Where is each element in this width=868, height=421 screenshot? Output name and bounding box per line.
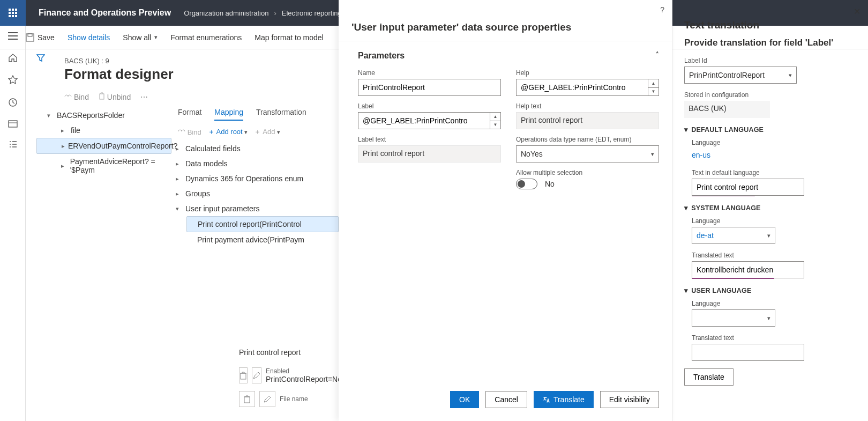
tree-node-root[interactable]: ▾BACSReportsFolder <box>36 108 171 123</box>
edt-field: Operations data type name (EDT, enum) No… <box>516 136 659 163</box>
user-language-select[interactable]: ▾ <box>692 309 775 327</box>
caret-right-icon: ▸ <box>176 160 182 167</box>
edit-icon[interactable] <box>252 367 261 383</box>
tree-node-print-control[interactable]: Print control report(PrintControl <box>186 216 339 232</box>
spin-down-icon[interactable]: ▼ <box>490 121 500 129</box>
cancel-button[interactable]: Cancel <box>485 391 527 408</box>
tree-node-groups[interactable]: ▸Groups <box>176 186 339 201</box>
spinner[interactable]: ▲▼ <box>648 79 659 96</box>
language-label: Language <box>692 217 858 225</box>
show-all-button[interactable]: Show all ▾ <box>123 33 158 42</box>
ok-button[interactable]: OK <box>450 391 479 408</box>
tree-label: Dynamics 365 for Operations enum <box>185 174 303 183</box>
workspace-icon[interactable] <box>8 120 18 128</box>
add-root-button[interactable]: ＋ Add root ▾ <box>208 127 248 137</box>
map-format-label: Map format to model <box>255 33 323 42</box>
help-input[interactable] <box>516 79 648 96</box>
user-translated-text-field: Translated text <box>692 334 858 361</box>
spin-up-icon[interactable]: ▲ <box>648 79 659 88</box>
tree-node-datamodels[interactable]: ▸Data models <box>176 156 339 171</box>
map-format-button[interactable]: Map format to model <box>255 33 323 42</box>
name-input[interactable] <box>358 79 501 96</box>
svg-rect-9 <box>12 15 14 17</box>
tree-node-payment[interactable]: ▸PaymentAdviceReport? = '$Paym <box>36 154 171 178</box>
bind-button-2[interactable]: Bind <box>178 128 201 136</box>
translate-button[interactable]: Translate <box>684 368 734 386</box>
star-icon[interactable] <box>8 75 18 85</box>
binding-title: Print control report <box>239 348 334 357</box>
ok-label: OK <box>459 395 470 404</box>
svg-rect-13 <box>100 94 104 99</box>
translated-text-input[interactable] <box>692 261 804 278</box>
bind-label: Bind <box>188 128 201 136</box>
translate-button[interactable]: Translate <box>534 391 594 408</box>
format-tree: ▾BACSReportsFolder ▸file ▸ERVendOutPaymC… <box>32 108 171 247</box>
spin-up-icon[interactable]: ▲ <box>490 113 500 121</box>
label-input[interactable] <box>358 112 490 129</box>
labelid-label: Label Id <box>684 57 858 64</box>
section-default-language[interactable]: ▾DEFAULT LANGUAGE <box>684 125 858 134</box>
help-label: Help <box>516 69 659 77</box>
recent-icon[interactable] <box>8 98 18 107</box>
tree-node-print-payment[interactable]: Print payment advice(PrintPaym <box>186 232 339 247</box>
bind-button[interactable]: Bind <box>64 93 89 101</box>
add-button[interactable]: ＋ Add ▾ <box>254 127 280 137</box>
show-details-button[interactable]: Show details <box>68 33 110 42</box>
help-icon[interactable]: ? <box>660 5 664 14</box>
show-all-label: Show all <box>123 33 151 42</box>
add-root-label: Add root <box>216 128 243 136</box>
save-icon <box>26 33 34 42</box>
svg-rect-6 <box>12 12 14 14</box>
system-language-select[interactable]: de-at▾ <box>692 227 775 244</box>
delete-icon[interactable] <box>239 391 255 407</box>
default-text-input[interactable] <box>692 179 804 196</box>
stored-label: Stored in configuration <box>684 91 858 99</box>
tree-node-d365[interactable]: ▸Dynamics 365 for Operations enum <box>176 171 339 186</box>
breadcrumb-1[interactable]: Organization administration <box>184 9 268 17</box>
binding-details: Print control report Enabled PrintContro… <box>235 342 339 421</box>
more-icon[interactable]: ⋯ <box>140 93 148 101</box>
labelid-select[interactable]: PrinPrintControlReport▾ <box>684 67 797 84</box>
chevron-down-icon: ▾ <box>767 315 770 322</box>
section-user-language[interactable]: ▾USER LANGUAGE <box>684 286 858 294</box>
spin-down-icon[interactable]: ▼ <box>648 88 659 96</box>
edt-select[interactable]: NoYes▾ <box>516 145 659 163</box>
home-icon[interactable] <box>8 53 18 62</box>
spinner[interactable]: ▲▼ <box>490 112 501 129</box>
section-system-language[interactable]: ▾SYSTEM LANGUAGE <box>684 204 858 212</box>
chevron-down-icon: ▾ <box>767 232 770 239</box>
tree-label: Print payment advice(PrintPaym <box>197 235 304 244</box>
tree-node-userinput[interactable]: ▾User input parameters <box>176 201 339 216</box>
properties-pane: ? 'User input parameter' data source pro… <box>339 0 672 421</box>
filter-icon[interactable] <box>36 54 45 62</box>
tree-label: Calculated fields <box>185 144 241 153</box>
menu-icon[interactable] <box>8 32 18 40</box>
caret-right-icon: ▸ <box>62 143 65 150</box>
parameters-section-header[interactable]: Parameters ˄ <box>339 41 672 64</box>
close-icon[interactable]: ✕ <box>854 6 860 17</box>
unbind-button[interactable]: Unbind <box>99 92 131 101</box>
breadcrumb-2[interactable]: Electronic reporting <box>282 9 342 17</box>
tree-node-calculated[interactable]: ▸Calculated fields <box>176 141 339 156</box>
tree-label: file <box>71 126 80 135</box>
caret-right-icon: ▸ <box>176 190 182 197</box>
delete-icon[interactable] <box>239 367 248 383</box>
edit-visibility-button[interactable]: Edit visibility <box>600 391 659 408</box>
format-enumerations-button[interactable]: Format enumerations <box>170 33 242 42</box>
app-launcher-icon[interactable] <box>0 0 26 26</box>
tab-transformation[interactable]: Transformation <box>256 108 306 121</box>
tab-format[interactable]: Format <box>178 108 201 121</box>
save-button[interactable]: Save <box>26 33 55 42</box>
tree-node-file[interactable]: ▸file <box>36 123 171 138</box>
tab-mapping[interactable]: Mapping <box>214 108 243 121</box>
show-details-label: Show details <box>68 33 110 42</box>
left-rail <box>0 26 26 421</box>
labeltext-label: Label text <box>358 136 501 143</box>
list-icon[interactable] <box>8 141 18 148</box>
allow-multi-toggle[interactable] <box>516 179 537 189</box>
system-language-value: de-at <box>697 231 714 240</box>
user-translated-text-input[interactable] <box>692 344 804 361</box>
edit-icon[interactable] <box>259 391 275 407</box>
translate-icon <box>543 396 550 403</box>
tree-node-ervend[interactable]: ▸ERVendOutPaymControlReport? <box>36 138 171 154</box>
